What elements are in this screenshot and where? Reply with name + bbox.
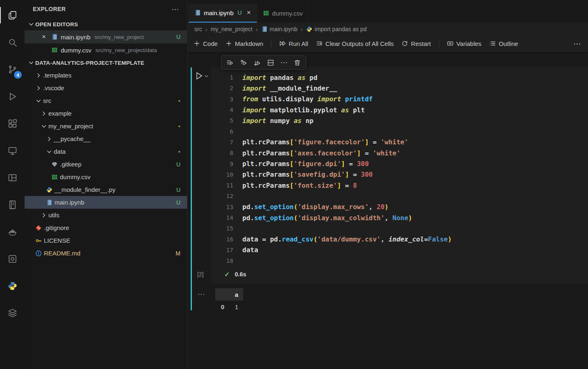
activity-bar-item-layers[interactable] [0, 299, 25, 326]
output-options-button[interactable]: ⋯ [198, 290, 205, 298]
run-below-button[interactable] [253, 59, 261, 66]
folder-item-my-new-project[interactable]: my_new_project● [25, 120, 187, 132]
sidebar-more-actions-button[interactable]: ⋯ [171, 5, 180, 14]
toolbar-more-actions-button[interactable]: ⋯ [573, 39, 581, 48]
more-button[interactable]: ⋯ [280, 58, 287, 67]
activity-bar-item-explorer[interactable] [0, 2, 25, 29]
close-tab-icon[interactable]: × [247, 9, 251, 17]
toolbar-button-variables[interactable]: Variables [447, 40, 481, 47]
item-label: .gitignore [44, 224, 69, 231]
activity-bar-item-notebook[interactable] [0, 191, 25, 218]
chevron-icon [46, 148, 52, 155]
folder-item-src[interactable]: src● [25, 94, 187, 107]
item-label: src [43, 97, 51, 104]
toolbar-button-restart[interactable]: Restart [401, 40, 431, 47]
toolbar-button-label: Clear Outputs of All Cells [326, 40, 394, 47]
ipynb-icon [51, 34, 58, 40]
code-area[interactable]: 1import pandas as pd2import __module_fin… [211, 72, 588, 266]
breadcrumb-label: my_new_project [211, 26, 253, 32]
toolbar-button-code[interactable]: Code [194, 40, 218, 47]
folder-item-pycache[interactable]: __pycache__ [25, 132, 187, 145]
file-item-module-finder-py[interactable]: __module_finder__.pyU [25, 183, 187, 196]
code-line: 17data [211, 245, 588, 255]
breadcrumb-item-main-ipynb[interactable]: main.ipynb [261, 26, 298, 32]
file-item-main-ipynb[interactable]: main.ipynbU [25, 196, 187, 209]
run-below-icon [253, 59, 261, 66]
toolbar-separator [439, 40, 439, 47]
open-editor-path: src/my_new_project/data [96, 47, 157, 53]
open-editor-item-dummy-csv[interactable]: ×dummy.csvsrc/my_new_project/data [25, 43, 187, 57]
toolbar-button-markdown[interactable]: Markdown [226, 40, 263, 47]
folder-item-example[interactable]: example [25, 107, 187, 120]
cell-focus-indicator [191, 67, 192, 310]
file-item-gitkeep[interactable]: .gitkeepU [25, 158, 187, 171]
delete-button[interactable] [294, 59, 301, 66]
activity-bar-item-panel-layout[interactable] [0, 164, 25, 191]
code-line: 12 [211, 191, 588, 201]
activity-bar-item-extensions[interactable] [0, 110, 25, 137]
folder-item-data[interactable]: data● [25, 145, 187, 158]
toolbar-button-label: Restart [411, 40, 431, 47]
tab-main-ipynb[interactable]: main.ipynbU× [189, 4, 257, 23]
tab-git-badge: U [237, 9, 242, 16]
docker-icon [7, 227, 18, 237]
toolbar-button-outline[interactable]: Outline [489, 40, 518, 47]
activity-bar-item-ports[interactable] [0, 245, 25, 272]
open-editor-path: src/my_new_project [95, 34, 144, 40]
variables-icon [447, 40, 454, 47]
breadcrumb-item-src[interactable]: src [194, 26, 202, 32]
clear-all-icon [316, 40, 323, 47]
breadcrumb-item-import-pandas-as-pd[interactable]: import pandas as pd [306, 26, 367, 32]
activity-bar-item-docker[interactable] [0, 218, 25, 245]
code-text: import numpy as np [242, 117, 313, 125]
breadcrumb-label: import pandas as pd [315, 26, 367, 32]
workspace-section-header[interactable]: DATA-ANALYTICS-PROJECT-TEMPLATE [25, 57, 187, 69]
split-cell-button[interactable] [267, 59, 274, 66]
folder-item-templates[interactable]: .templates [25, 69, 187, 82]
cell-editor[interactable]: 1import pandas as pd2import __module_fin… [211, 67, 588, 283]
file-item-dummy-csv[interactable]: dummy.csv [25, 171, 187, 183]
folder-item-vscode[interactable]: .vscode [25, 82, 187, 94]
code-line: 2import __module_finder__ [211, 83, 588, 93]
csv-icon [51, 47, 58, 53]
tab-label: main.ipynb [204, 9, 234, 16]
code-cell: 1import pandas as pd2import __module_fin… [191, 67, 588, 313]
run-cell-button[interactable] [194, 71, 211, 80]
activity-bar-item-remote-explorer[interactable] [0, 137, 25, 164]
output-row: 01 [215, 301, 243, 313]
chevron-icon [41, 212, 47, 219]
line-number: 10 [211, 171, 233, 178]
git-status-badge: M [172, 250, 180, 257]
folder-item-utils[interactable]: utils [25, 209, 187, 221]
panel-layout-icon [7, 173, 18, 183]
file-item-readme-md[interactable]: README.mdM [25, 247, 187, 260]
plus-icon [226, 40, 232, 47]
file-item-license[interactable]: LICENSE [25, 234, 187, 247]
run-above-icon [240, 59, 247, 66]
run-by-line-button[interactable] [226, 59, 234, 66]
open-editors-section-header[interactable]: OPEN EDITORS [25, 18, 187, 30]
open-editor-item-main-ipynb[interactable]: ×main.ipynbsrc/my_new_projectU [25, 30, 187, 43]
activity-bar-item-search[interactable] [0, 29, 25, 56]
item-label: main.ipynb [55, 199, 84, 206]
code-line: 13pd.set_option('display.max_rows', 20) [211, 202, 588, 212]
activity-bar-item-run-and-debug[interactable] [0, 83, 25, 110]
breadcrumb-item-my-new-project[interactable]: my_new_project [211, 26, 253, 32]
chevron-icon [41, 123, 47, 130]
code-line: 8plt.rcParams['axes.facecolor'] = 'white… [211, 148, 588, 158]
run-above-button[interactable] [240, 59, 247, 66]
tab-dummy-csv[interactable]: dummy.csv [257, 4, 309, 23]
line-number: 7 [211, 139, 233, 146]
file-item-gitignore[interactable]: .gitignore [25, 221, 187, 234]
activity-bar-item-python[interactable] [0, 272, 25, 299]
toolbar-button-run-all[interactable]: Run All [279, 40, 308, 47]
tab-bar: main.ipynbU×dummy.csv [187, 0, 588, 23]
git-status-badge: U [173, 34, 180, 40]
run-and-debug-icon [7, 91, 18, 102]
git-status-badge: U [173, 199, 180, 206]
toolbar-button-label: Markdown [235, 40, 263, 47]
activity-bar-item-source-control[interactable]: 4 [0, 56, 25, 83]
toolbar-button-clear-outputs-of-all-cells[interactable]: Clear Outputs of All Cells [316, 40, 394, 47]
explorer-sidebar: EXPLORER ⋯ OPEN EDITORS ×main.ipynbsrc/m… [25, 0, 187, 369]
close-editor-icon[interactable]: × [42, 33, 50, 41]
